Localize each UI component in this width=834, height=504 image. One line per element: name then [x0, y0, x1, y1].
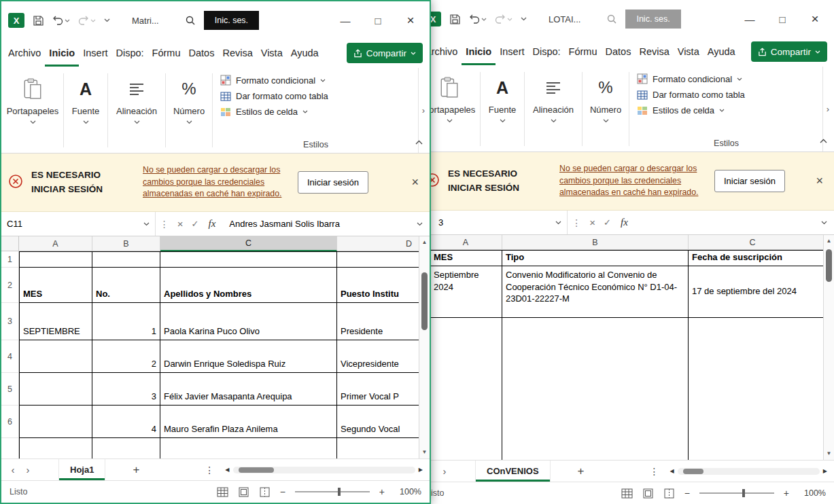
redo-icon[interactable]	[78, 16, 96, 25]
maximize-button[interactable]: □	[366, 15, 390, 26]
tab-disposicion[interactable]: Dispo:	[112, 39, 148, 67]
empty-rows[interactable]	[430, 318, 823, 460]
ribbon-group-fuente[interactable]: A Fuente	[481, 67, 523, 151]
cell[interactable]: 17 de septiembre del 2024	[689, 266, 823, 318]
sheet-menu-icon[interactable]: ⋮	[650, 466, 659, 477]
cell-styles-button[interactable]: Estilos de celda	[637, 105, 820, 115]
save-icon[interactable]	[449, 14, 461, 25]
cell[interactable]: Mauro Serafin Plaza Anilema	[160, 406, 337, 438]
collapse-ribbon-icon[interactable]	[415, 135, 423, 147]
cell[interactable]	[19, 438, 92, 458]
cell[interactable]: Vicepresidente	[337, 340, 419, 373]
cell[interactable]: MES	[19, 268, 92, 303]
cell[interactable]	[92, 438, 160, 458]
qat-customize-chevron-icon[interactable]	[521, 17, 527, 21]
page-break-view-icon[interactable]	[663, 488, 675, 499]
cell[interactable]	[160, 438, 337, 458]
collapse-ribbon-icon[interactable]	[820, 134, 827, 146]
scroll-left-icon[interactable]: ◀	[670, 468, 674, 474]
column-header-d[interactable]: D	[337, 236, 419, 251]
scrollbar-thumb[interactable]	[826, 249, 832, 282]
column-header-b[interactable]: B	[502, 235, 689, 250]
row-number[interactable]: 6	[1, 406, 19, 438]
sheet-tab-hoja1[interactable]: Hoja1	[58, 459, 105, 480]
minimize-button[interactable]: —	[737, 14, 762, 25]
cell[interactable]	[19, 406, 92, 438]
excel-logo-icon[interactable]: X	[8, 13, 24, 28]
cancel-icon[interactable]: ×	[585, 217, 600, 228]
enter-icon[interactable]: ✓	[188, 219, 203, 229]
share-button[interactable]: Compartir	[347, 43, 423, 63]
zoom-out-button[interactable]: −	[280, 486, 285, 497]
tab-insertar[interactable]: Insert	[496, 38, 528, 65]
add-sheet-button[interactable]: +	[133, 463, 139, 477]
row-number[interactable]: 5	[1, 373, 19, 406]
sheet-next-icon[interactable]: ›	[437, 465, 452, 477]
column-header-a[interactable]: A	[19, 236, 92, 251]
ribbon-group-numero[interactable]: % Número	[167, 68, 211, 153]
row-number[interactable]: 1	[1, 251, 19, 268]
undo-icon[interactable]	[469, 14, 487, 24]
cell[interactable]: 1	[92, 303, 160, 340]
format-as-table-button[interactable]: Dar formato como tabla	[637, 90, 820, 100]
cell[interactable]: 2	[92, 340, 160, 373]
redo-icon[interactable]	[495, 14, 512, 24]
scrollbar-thumb[interactable]	[239, 467, 274, 473]
zoom-level[interactable]: 100%	[394, 487, 421, 497]
cell[interactable]: Paola Karina Puco Olivo	[160, 303, 337, 340]
cell[interactable]: Fecha de suscripción	[689, 250, 823, 266]
zoom-in-button[interactable]: +	[784, 488, 789, 499]
ribbon-group-alineacion[interactable]: Alineación	[109, 68, 164, 153]
name-box[interactable]: 3	[430, 211, 568, 234]
scrollbar-thumb[interactable]	[683, 469, 703, 474]
normal-view-icon[interactable]	[621, 488, 633, 499]
tab-archivo[interactable]: Archivo	[4, 39, 45, 67]
warning-detail-link[interactable]: No se pueden cargar o descargar los camb…	[559, 163, 699, 199]
formula-bar-handle[interactable]: ⋮	[568, 217, 585, 228]
sheet-next-icon[interactable]: ›	[20, 464, 35, 475]
horizontal-scrollbar[interactable]: ◀ ▶	[225, 467, 425, 473]
row-number[interactable]: 4	[1, 340, 19, 373]
tab-insertar[interactable]: Insert	[79, 39, 111, 67]
cell[interactable]	[337, 438, 419, 458]
cell[interactable]	[337, 251, 419, 268]
tab-inicio[interactable]: Inicio	[462, 38, 496, 65]
tab-vista[interactable]: Vista	[257, 39, 287, 67]
cell[interactable]: Septiembre 2024	[430, 266, 502, 318]
tab-datos[interactable]: Datos	[185, 39, 219, 67]
undo-icon[interactable]	[52, 16, 70, 25]
page-layout-view-icon[interactable]	[642, 488, 654, 499]
maximize-button[interactable]: □	[770, 14, 795, 25]
zoom-level[interactable]: 100%	[799, 488, 826, 498]
select-all-corner[interactable]	[1, 236, 19, 251]
row-number[interactable]: 2	[1, 268, 19, 303]
cell[interactable]: 4	[92, 406, 160, 438]
column-header-c[interactable]: C	[689, 235, 823, 250]
ribbon-group-portapapeles[interactable]: Portapapeles	[430, 67, 479, 151]
scroll-right-icon[interactable]: ▶	[419, 467, 423, 473]
scroll-up-icon[interactable]: ▲	[422, 238, 428, 247]
close-button[interactable]: ×	[803, 12, 827, 26]
ribbon-group-numero[interactable]: % Número	[583, 67, 628, 151]
conditional-formatting-button[interactable]: Formato condicional	[637, 73, 820, 84]
cell[interactable]	[92, 251, 160, 268]
cell[interactable]: Convenio Modificatorio al Convenio de Co…	[502, 266, 689, 318]
insert-function-icon[interactable]: fx	[203, 218, 221, 230]
cell[interactable]: MES	[430, 250, 502, 266]
zoom-slider[interactable]	[295, 491, 370, 492]
vertical-scrollbar[interactable]: ▲ ▼	[419, 236, 430, 458]
sheet-menu-icon[interactable]: ⋮	[205, 465, 214, 475]
tab-ayuda[interactable]: Ayuda	[703, 38, 740, 65]
zoom-slider[interactable]	[699, 492, 774, 494]
tab-formulas[interactable]: Fórmu	[565, 38, 602, 65]
zoom-slider-thumb[interactable]	[742, 489, 745, 497]
cell[interactable]	[19, 373, 92, 406]
tab-revisar[interactable]: Revisa	[218, 39, 256, 67]
save-icon[interactable]	[33, 15, 44, 26]
warning-close-icon[interactable]: ×	[411, 175, 423, 190]
insert-function-icon[interactable]: fx	[615, 217, 633, 228]
scroll-up-icon[interactable]: ▲	[827, 237, 832, 245]
cell[interactable]: Félix Javier Masapanta Arequipa	[160, 373, 337, 406]
formula-bar-handle[interactable]: ⋮	[156, 219, 173, 230]
close-button[interactable]: ×	[398, 13, 423, 28]
